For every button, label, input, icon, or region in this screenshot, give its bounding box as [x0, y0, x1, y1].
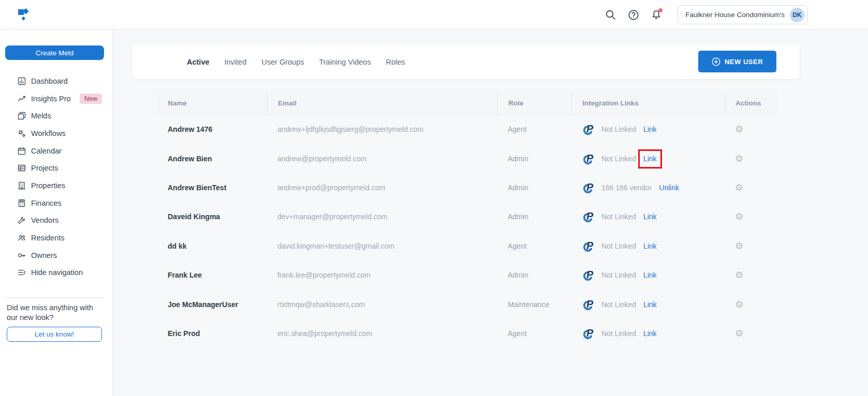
tab-user-groups[interactable]: User Groups	[261, 58, 304, 66]
users-table: Name Email Role Integration Links Action…	[157, 92, 777, 348]
sidebar-item-dashboard[interactable]: Dashboard	[0, 72, 112, 90]
user-role: Admin	[508, 155, 528, 163]
search-icon[interactable]	[605, 9, 616, 21]
help-icon[interactable]	[628, 9, 639, 21]
user-email: dev+manager@propertymeld.com	[277, 212, 387, 221]
sidebar-item-owners[interactable]: Owners	[0, 247, 112, 264]
user-email: andrew+prod@propertymeld.com	[277, 184, 385, 192]
row-settings-gear-icon[interactable]: ⚙	[735, 125, 743, 134]
user-name: Daveid Kingma	[168, 212, 220, 221]
sidebar-item-properties[interactable]: Properties	[0, 177, 112, 194]
row-settings-gear-icon[interactable]: ⚙	[735, 270, 743, 280]
integration-status: Not Linked	[601, 212, 636, 221]
integration-link-action[interactable]: Link	[643, 125, 657, 133]
hide-navigation-icon	[17, 268, 26, 277]
insights-icon	[17, 94, 26, 103]
sidebar-item-calendar[interactable]: Calendar	[0, 142, 112, 160]
svg-text:P: P	[586, 210, 594, 222]
user-name: Joe McManagerUser	[168, 300, 238, 309]
topbar: Faulkner House Condominium's DK	[0, 0, 868, 29]
table-row: Joe McManagerUser rtxttmqw@sharklasers.c…	[157, 290, 777, 318]
sidebar-item-label: Dashboard	[31, 77, 68, 85]
column-header-role: Role	[497, 92, 571, 114]
projects-icon	[17, 164, 26, 173]
table-row: Eric Prod eric.shea@propertymeld.com Age…	[157, 319, 777, 348]
sidebar-item-finances[interactable]: Finances	[0, 194, 112, 212]
propertyware-logo-icon: P	[582, 152, 597, 165]
tab-roles[interactable]: Roles	[386, 58, 405, 66]
user-email: andrew@propertymeld.com	[277, 155, 366, 163]
account-switcher[interactable]: Faulkner House Condominium's DK	[678, 5, 808, 24]
sidebar-nav: Dashboard Insights Pro New Melds	[0, 72, 112, 281]
user-email: david.kingman+testuser@gmail.com	[277, 242, 394, 250]
integration-link-action[interactable]: Link	[643, 242, 657, 250]
propertyware-logo-icon: P	[582, 123, 597, 136]
row-settings-gear-icon[interactable]: ⚙	[735, 300, 743, 309]
integration-status: Not Linked	[601, 271, 636, 279]
sidebar-item-insights-pro[interactable]: Insights Pro New	[0, 90, 112, 108]
sidebar-item-workflows[interactable]: Workflows	[0, 125, 112, 142]
user-role: Maintenance	[508, 300, 549, 309]
sidebar-item-label: Melds	[31, 112, 51, 120]
propertyware-logo-icon: P	[582, 327, 597, 340]
tabs: Active Invited User Groups Training Vide…	[187, 44, 405, 79]
row-settings-gear-icon[interactable]: ⚙	[735, 154, 743, 163]
new-user-button[interactable]: NEW USER	[698, 51, 776, 72]
row-settings-gear-icon[interactable]: ⚙	[735, 212, 743, 221]
sidebar: Create Meld Dashboard Insights Pro New	[0, 30, 113, 396]
dashboard-icon	[17, 77, 26, 85]
new-user-label: NEW USER	[725, 58, 763, 66]
plus-circle-icon	[712, 57, 720, 66]
svg-text:P: P	[586, 123, 594, 134]
tab-active[interactable]: Active	[187, 58, 210, 66]
workflows-icon	[17, 129, 26, 138]
user-name: Andrew 1476	[168, 125, 212, 133]
user-email: rtxttmqw@sharklasers.com	[277, 300, 365, 309]
integration-link-action[interactable]: Link	[643, 212, 657, 221]
sidebar-item-label: Calendar	[31, 147, 62, 155]
let-us-know-button[interactable]: Let us know!	[7, 327, 102, 342]
propertyware-logo-icon: P	[582, 181, 597, 194]
svg-text:P: P	[586, 269, 594, 280]
row-settings-gear-icon[interactable]: ⚙	[735, 183, 743, 192]
svg-text:P: P	[586, 240, 594, 251]
integration-link-action[interactable]: Link	[643, 329, 657, 338]
sidebar-item-residents[interactable]: Residents	[0, 229, 112, 247]
sidebar-item-label: Projects	[31, 164, 58, 172]
sidebar-item-vendors[interactable]: Vendors	[0, 212, 112, 230]
sidebar-item-projects[interactable]: Projects	[0, 159, 112, 177]
integration-link-action[interactable]: Link	[643, 155, 657, 163]
notifications-bell-icon[interactable]	[651, 9, 662, 21]
table-header: Name Email Role Integration Links Action…	[157, 92, 777, 115]
propertyware-logo-icon: P	[582, 298, 597, 311]
integration-link-action[interactable]: Unlink	[659, 184, 679, 192]
integration-status: Not Linked	[601, 300, 636, 309]
integration-status: Not Linked	[601, 155, 636, 163]
sidebar-item-melds[interactable]: Melds	[0, 107, 112, 125]
sidebar-item-hide-navigation[interactable]: Hide navigation	[0, 264, 112, 282]
integration-link-action[interactable]: Link	[643, 300, 657, 309]
avatar[interactable]: DK	[790, 8, 804, 22]
integration-link-action[interactable]: Link	[643, 271, 657, 279]
row-settings-gear-icon[interactable]: ⚙	[735, 329, 743, 338]
account-name: Faulkner House Condominium's	[685, 11, 785, 19]
sidebar-divider	[6, 298, 105, 298]
svg-text:P: P	[586, 181, 594, 193]
feedback-question: Did we miss anything with our new look?	[7, 303, 105, 323]
table-row: Andrew Bien andrew@propertymeld.com Admi…	[157, 144, 777, 173]
integration-status: Not Linked	[601, 125, 636, 133]
row-settings-gear-icon[interactable]: ⚙	[735, 241, 743, 251]
integration-status: Not Linked	[601, 242, 636, 250]
new-badge: New	[80, 94, 102, 104]
sidebar-item-label: Workflows	[31, 129, 66, 138]
create-meld-button[interactable]: Create Meld	[5, 45, 104, 60]
properties-icon	[17, 181, 26, 190]
tabs-card: Active Invited User Groups Training Vide…	[133, 44, 800, 79]
tab-invited[interactable]: Invited	[225, 58, 247, 66]
vendors-icon	[17, 216, 26, 225]
melds-icon	[17, 112, 26, 120]
tab-training-videos[interactable]: Training Videos	[319, 58, 371, 66]
propertyware-logo-icon: P	[582, 268, 597, 282]
table-row: Andrew 1476 andrew+ljdfglkjsdfigjsierg@p…	[157, 115, 777, 144]
svg-text:P: P	[586, 298, 594, 310]
